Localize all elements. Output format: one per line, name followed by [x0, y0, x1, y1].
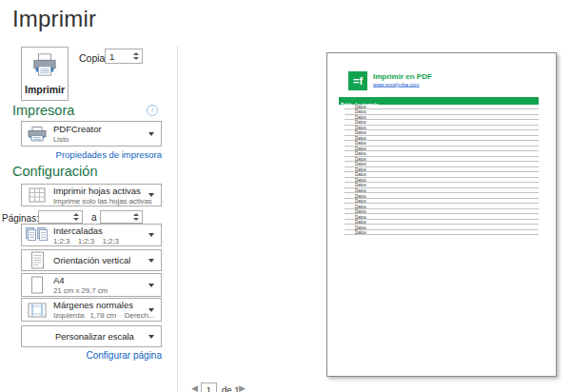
chevron-down-icon: [148, 233, 154, 237]
table-row-label: Datos: [355, 220, 366, 225]
page-setup-link[interactable]: Configurar página: [21, 350, 162, 361]
table-row-label: Datos: [355, 193, 366, 198]
pages-from-value: [39, 211, 70, 223]
pages-to-separator: a: [91, 212, 97, 223]
stepper-up-icon[interactable]: [133, 213, 139, 216]
copies-stepper[interactable]: 1: [105, 49, 143, 64]
preview-table-rows: Datos Datos Datos Datos Datos Datos Dato…: [345, 105, 539, 236]
table-row-label: Datos: [355, 209, 366, 214]
print-area-select[interactable]: Imprimir hojas activas Imprime solo las …: [21, 184, 162, 206]
brand-logo: =f: [348, 71, 367, 90]
chevron-down-icon: [148, 132, 154, 136]
print-button-label: Imprimir: [25, 84, 65, 95]
pages-to-stepper[interactable]: [100, 210, 143, 224]
page-title: Imprimir: [12, 6, 96, 32]
print-area-label: Imprimir hojas activas: [53, 186, 152, 196]
page-count-label: de 1: [222, 384, 240, 392]
paper-size-sublabel: 21 cm x 29,7 cm: [53, 286, 108, 295]
info-icon[interactable]: i: [147, 105, 158, 116]
paper-size-icon: [26, 276, 49, 294]
current-page-input[interactable]: 1: [201, 382, 217, 392]
settings-section-heading: Configuración: [12, 164, 97, 179]
margins-icon: [26, 303, 49, 318]
collate-icon: [26, 226, 49, 244]
document-link: www.excelyvba.com: [373, 82, 420, 88]
chevron-down-icon: [148, 193, 154, 197]
table-row-label: Datos: [355, 130, 366, 135]
pages-to-value: [101, 211, 130, 223]
pages-from-stepper[interactable]: [38, 210, 83, 224]
chevron-down-icon: [148, 308, 154, 312]
stepper-arrows: [130, 211, 142, 223]
copies-value: 1: [106, 49, 130, 63]
chevron-down-icon: [148, 284, 154, 287]
margins-sublabel: Izquierda: 1,78 cm Derech...: [53, 311, 154, 320]
margins-label: Márgenes normales: [53, 300, 154, 310]
preview-table-header: Tabla de ejemplo: [339, 97, 539, 105]
next-page-icon[interactable]: ▶: [239, 383, 246, 392]
table-row-label: Datos: [355, 109, 366, 114]
stepper-up-icon[interactable]: [73, 213, 79, 216]
portrait-page-icon: [26, 251, 49, 269]
table-row-label: Datos: [355, 199, 366, 204]
print-area-sublabel: Imprime solo las hojas activas: [53, 197, 152, 206]
document-title: Imprimir en PDF: [373, 72, 432, 81]
paper-size-label: A4: [53, 275, 108, 285]
previous-page-icon[interactable]: ◀: [191, 383, 198, 392]
table-row-label: Datos: [355, 120, 366, 125]
table-row-label: Datos: [355, 151, 366, 156]
panel-divider: [177, 46, 178, 392]
table-row-label: Datos: [355, 141, 366, 146]
stepper-down-icon[interactable]: [133, 57, 139, 60]
collation-select[interactable]: Intercaladas 1;2;3 1;2;3 1;2;3: [21, 224, 162, 246]
chevron-down-icon: [148, 335, 154, 339]
scaling-select[interactable]: Personalizar escala: [21, 325, 162, 347]
table-row-label: Datos: [355, 162, 366, 167]
paper-size-select[interactable]: A4 21 cm x 29,7 cm: [21, 273, 162, 297]
stepper-down-icon[interactable]: [133, 218, 139, 221]
table-row-label: Datos: [355, 183, 366, 187]
pages-label: Páginas:: [2, 213, 39, 224]
printer-small-icon: [26, 127, 49, 142]
table-row-label: Datos: [355, 214, 366, 219]
printer-name: PDFCreator: [53, 124, 102, 134]
printer-select[interactable]: PDFCreator Listo: [21, 121, 162, 147]
print-preview-page: =f Imprimir en PDF www.excelyvba.com Tab…: [326, 52, 557, 377]
orientation-label: Orientación vertical: [53, 255, 130, 265]
printer-icon: [30, 52, 59, 81]
table-row-label: Datos: [355, 225, 366, 229]
collation-label: Intercaladas: [53, 225, 119, 236]
table-row-label: Datos: [355, 188, 366, 193]
printer-section-heading: Impresora: [12, 103, 74, 118]
table-row-label: Datos: [355, 230, 366, 235]
stepper-arrows: [70, 211, 82, 223]
print-button[interactable]: Imprimir: [21, 47, 69, 101]
table-row-label: Datos: [355, 104, 366, 108]
stepper-down-icon[interactable]: [73, 218, 79, 221]
printer-properties-link[interactable]: Propiedades de impresora: [21, 149, 162, 160]
table-row-label: Datos: [355, 204, 366, 208]
collation-sublabel: 1;2;3 1;2;3 1;2;3: [53, 237, 119, 245]
printer-status: Listo: [53, 135, 102, 144]
table-row: Datos: [345, 230, 539, 236]
orientation-select[interactable]: Orientación vertical: [21, 249, 162, 271]
sheet-grid-icon: [26, 187, 49, 203]
margins-select[interactable]: Márgenes normales Izquierda: 1,78 cm Der…: [21, 298, 162, 322]
scaling-label: Personalizar escala: [55, 331, 134, 342]
stepper-arrows: [130, 49, 142, 63]
table-row-label: Datos: [355, 172, 366, 177]
chevron-down-icon: [148, 259, 154, 263]
stepper-up-icon[interactable]: [133, 52, 139, 55]
